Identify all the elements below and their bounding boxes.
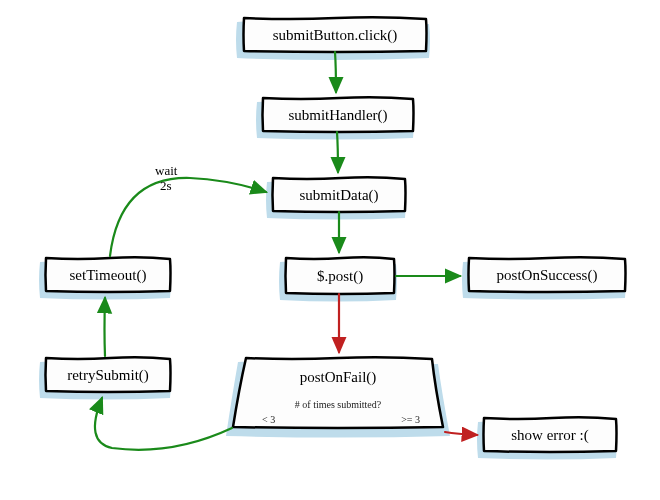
edge-label-wait-line1: wait (155, 163, 178, 178)
node-label: postOnSuccess() (497, 267, 598, 284)
node-post-on-fail: postOnFail() # of times submitted? < 3 >… (226, 357, 450, 437)
edge-fail-to-retry (95, 398, 232, 450)
fail-question: # of times submitted? (295, 399, 382, 410)
node-label: submitButton.click() (273, 27, 398, 44)
node-label: submitData() (299, 187, 378, 204)
fail-branch-left: < 3 (262, 414, 275, 425)
node-label: setTimeout() (70, 267, 147, 284)
node-submit-handler: submitHandler() (256, 97, 414, 139)
edge-label-wait-line2: 2s (160, 178, 172, 193)
node-label: $.post() (317, 268, 363, 285)
edge-click-to-handler (335, 52, 336, 92)
node-set-timeout: setTimeout() (39, 257, 171, 299)
node-label: show error :( (511, 427, 588, 444)
edge-handler-to-data (337, 132, 338, 172)
node-post-on-success: postOnSuccess() (462, 257, 626, 299)
node-label: postOnFail() (300, 369, 377, 386)
node-submit-button-click: submitButton.click() (236, 17, 430, 60)
node-label: submitHandler() (288, 107, 387, 124)
fail-branch-right: >= 3 (401, 414, 420, 425)
node-retry-submit: retrySubmit() (39, 357, 171, 399)
node-label: retrySubmit() (67, 367, 149, 384)
edge-timeout-to-data (110, 178, 266, 256)
node-show-error: show error :( (477, 417, 617, 459)
edge-retry-to-timeout (105, 298, 106, 356)
node-submit-data: submitData() (266, 177, 406, 219)
edge-fail-to-error (445, 432, 477, 435)
